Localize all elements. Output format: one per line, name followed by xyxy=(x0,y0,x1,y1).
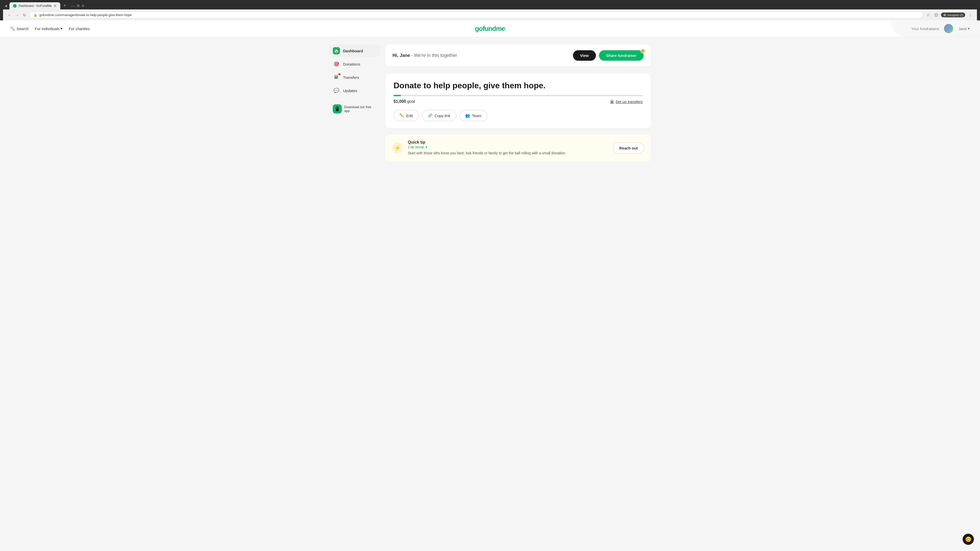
for-individuals-label: For individuals xyxy=(35,27,60,31)
browser-tabs: ◀ Dashboard - GoFundMe ✕ + — ⧉ ✕ xyxy=(3,2,977,10)
tip-description: Start with those who know you best. Ask … xyxy=(408,151,608,156)
sidebar-toggle-btn[interactable]: ⊡ xyxy=(933,11,939,18)
download-app-section[interactable]: 📱 Download our free app xyxy=(329,102,380,116)
sidebar-item-transfers[interactable]: 🏛 Transfers xyxy=(329,71,380,83)
chat-float-button[interactable]: 😊 xyxy=(963,534,974,545)
address-bar[interactable]: 🔒 gofundme.com/manage/donate-to-help-peo… xyxy=(30,11,923,18)
progress-bar-fill xyxy=(393,95,401,96)
edit-icon: ✏️ xyxy=(399,113,404,118)
incognito-label: Incognito (2) xyxy=(948,14,963,17)
goal-row: $1,000 goal 🏛 Set up transfers xyxy=(393,99,643,104)
browser-actions: ☆ ⊡ 🕵 Incognito (2) ⋮ xyxy=(925,11,974,18)
campaign-card: Donate to help people, give them hope. $… xyxy=(385,73,651,128)
setup-transfers-icon: 🏛 xyxy=(610,100,614,104)
user-avatar xyxy=(944,24,953,33)
goal-text: $1,000 goal xyxy=(393,99,415,104)
nav-logo[interactable]: gofundme xyxy=(475,25,505,33)
updates-icon: 💬 xyxy=(333,87,340,94)
top-navigation: 🔍 Search For individuals ▾ For charities… xyxy=(0,21,980,37)
view-button[interactable]: View xyxy=(573,50,596,61)
download-app-label: Download our free app xyxy=(344,105,377,113)
team-icon: 👥 xyxy=(465,113,470,118)
forward-btn[interactable]: → xyxy=(14,12,21,18)
user-name-display[interactable]: Jane ▾ xyxy=(958,26,970,31)
goal-amount: $1,000 xyxy=(393,99,406,103)
tab-title: Dashboard - GoFundMe xyxy=(19,4,52,8)
main-content: Hi, Jane · We're in this together View S… xyxy=(385,44,651,162)
sidebar-donations-label: Donations xyxy=(343,62,360,66)
tip-content: Quick tip 1 tip streak ✦ Start with thos… xyxy=(408,140,608,156)
for-charities-nav-item[interactable]: For charities xyxy=(68,27,90,31)
menu-btn[interactable]: ⋮ xyxy=(967,11,974,18)
search-nav-item[interactable]: 🔍 Search xyxy=(10,26,29,31)
user-chevron-icon: ▾ xyxy=(968,26,970,31)
progress-bar-container xyxy=(393,95,643,96)
tab-favicon xyxy=(13,4,17,8)
tip-streak-label: 1 tip streak ✦ xyxy=(408,145,608,149)
page-wrapper: 🔍 Search For individuals ▾ For charities… xyxy=(0,21,980,551)
for-charities-label: For charities xyxy=(68,27,90,31)
browser-tab-active[interactable]: Dashboard - GoFundMe ✕ xyxy=(10,2,60,10)
copy-link-icon: 🔗 xyxy=(428,113,433,118)
url-text: gofundme.com/manage/donate-to-help-peopl… xyxy=(39,13,132,17)
transfers-icon-wrap: 🏛 xyxy=(333,74,340,81)
edit-button[interactable]: ✏️ Edit xyxy=(393,110,419,121)
for-individuals-chevron: ▾ xyxy=(60,26,62,31)
transfers-badge xyxy=(339,73,340,75)
window-close-btn[interactable]: ✕ xyxy=(81,3,84,8)
share-btn-label: Share fundraiser xyxy=(606,53,636,58)
reach-out-button[interactable]: Reach out xyxy=(613,143,644,154)
copy-link-label: Copy link xyxy=(434,114,450,118)
bookmark-btn[interactable]: ☆ xyxy=(925,11,932,18)
incognito-badge: 🕵 Incognito (2) xyxy=(941,13,965,17)
campaign-action-buttons: ✏️ Edit 🔗 Copy link 👥 Team xyxy=(393,110,643,121)
greeting-text: Hi, Jane · We're in this together xyxy=(393,53,457,58)
donations-icon: 🎯 xyxy=(333,60,340,68)
quick-tip-icon: ⚡ xyxy=(392,143,403,153)
app-icon: 📱 xyxy=(333,104,342,114)
copy-link-button[interactable]: 🔗 Copy link xyxy=(422,110,456,121)
new-tab-btn[interactable]: + xyxy=(61,2,68,10)
greeting-name: Hi, Jane xyxy=(393,53,410,58)
team-button[interactable]: 👥 Team xyxy=(460,110,487,121)
bottom-row: ⚡ Quick tip 1 tip streak ✦ Start with th… xyxy=(385,135,651,162)
window-restore-btn[interactable]: ⧉ xyxy=(77,3,80,8)
logo-text: gofundme xyxy=(475,25,505,32)
greeting-separator: · xyxy=(411,53,413,58)
quick-tip-title: Quick tip xyxy=(408,140,608,144)
your-fundraisers-link[interactable]: Your fundraisers xyxy=(912,27,939,31)
sidebar-item-dashboard[interactable]: 🏠 Dashboard xyxy=(329,44,380,57)
lock-icon: 🔒 xyxy=(33,13,37,17)
lightning-icon: ⚡ xyxy=(394,145,401,151)
back-btn[interactable]: ← xyxy=(6,12,13,18)
share-fundraiser-button[interactable]: Share fundraiser xyxy=(599,50,644,61)
team-label: Team xyxy=(472,114,482,118)
nav-left-section: 🔍 Search For individuals ▾ For charities xyxy=(10,26,90,31)
share-notification-badge xyxy=(641,49,645,53)
browser-chrome: ◀ Dashboard - GoFundMe ✕ + — ⧉ ✕ ← → ↻ 🔒… xyxy=(0,0,980,21)
setup-transfers-label: Set up transfers xyxy=(616,100,643,104)
tab-close-btn[interactable]: ✕ xyxy=(54,4,57,8)
search-icon: 🔍 xyxy=(10,26,15,31)
chat-icon: 😊 xyxy=(965,536,972,542)
nav-right-section: Your fundraisers Jane ▾ xyxy=(912,24,970,33)
edit-label: Edit xyxy=(406,114,413,118)
search-label: Search xyxy=(17,27,29,31)
refresh-btn[interactable]: ↻ xyxy=(21,12,27,18)
greeting-subtitle: We're in this together xyxy=(414,53,457,58)
user-name-text: Jane xyxy=(958,27,967,31)
window-controls: — ⧉ ✕ xyxy=(71,3,84,8)
sidebar-item-updates[interactable]: 💬 Updates xyxy=(329,84,380,97)
for-individuals-nav-item[interactable]: For individuals ▾ xyxy=(35,26,63,31)
window-minimize-btn[interactable]: — xyxy=(71,3,75,8)
browser-nav-buttons: ← → ↻ xyxy=(6,12,27,18)
sidebar-item-donations[interactable]: 🎯 Donations xyxy=(329,58,380,70)
setup-transfers-link[interactable]: 🏛 Set up transfers xyxy=(610,100,643,104)
sidebar-transfers-label: Transfers xyxy=(343,75,359,79)
dashboard-header-card: Hi, Jane · We're in this together View S… xyxy=(385,44,651,66)
sidebar-dashboard-label: Dashboard xyxy=(343,49,363,53)
campaign-title: Donate to help people, give them hope. xyxy=(393,81,643,90)
sidebar: 🏠 Dashboard 🎯 Donations 🏛 Transfers 💬 Up… xyxy=(329,44,385,162)
dashboard-icon: 🏠 xyxy=(333,47,340,54)
tab-back-btn[interactable]: ◀ xyxy=(3,3,8,9)
